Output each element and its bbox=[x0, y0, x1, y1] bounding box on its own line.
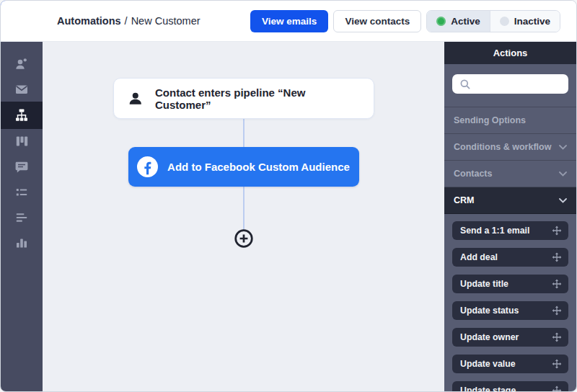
sidebar-item-forms[interactable] bbox=[1, 205, 43, 230]
drag-move-icon bbox=[552, 279, 562, 289]
lists-icon bbox=[13, 184, 30, 201]
section-sending-options[interactable]: Sending Options bbox=[444, 107, 576, 134]
action-node-facebook-custom-audience[interactable]: Add to Facebook Custom Audience bbox=[128, 147, 359, 187]
conversations-icon bbox=[13, 159, 30, 176]
campaigns-icon bbox=[13, 81, 30, 98]
action-item-update-stage[interactable]: Update stage bbox=[452, 381, 568, 391]
actions-search bbox=[444, 64, 576, 107]
status-toggle-active[interactable]: Active bbox=[427, 11, 490, 32]
trigger-label: Contact enters pipeline “New Customer” bbox=[155, 86, 360, 111]
chevron-down-icon bbox=[559, 198, 567, 203]
sidebar-item-campaigns[interactable] bbox=[1, 76, 43, 102]
action-label: Add to Facebook Custom Audience bbox=[167, 161, 350, 173]
main-nav-sidebar bbox=[1, 42, 43, 391]
action-item-add-deal[interactable]: Add deal bbox=[452, 248, 568, 267]
deals-icon bbox=[13, 133, 30, 151]
inactive-status-icon bbox=[500, 17, 509, 26]
automation-canvas[interactable]: Contact enters pipeline “New Customer” A… bbox=[43, 42, 444, 391]
contacts-icon bbox=[13, 55, 30, 73]
drag-move-icon bbox=[552, 332, 562, 342]
breadcrumb: Automations / New Customer bbox=[57, 15, 201, 27]
sidebar-item-lists[interactable] bbox=[1, 179, 43, 205]
inactive-label: Inactive bbox=[514, 16, 550, 27]
actions-panel: Actions Sending Options Conditions & wor… bbox=[444, 42, 576, 391]
status-toggle: Active Inactive bbox=[426, 10, 560, 32]
action-item-send-11-email[interactable]: Send a 1:1 email bbox=[452, 221, 568, 240]
chevron-down-icon bbox=[559, 172, 567, 177]
top-bar: Automations / New Customer View emails V… bbox=[1, 1, 576, 42]
sidebar-item-contacts[interactable] bbox=[1, 51, 43, 76]
breadcrumb-separator: / bbox=[125, 15, 128, 27]
connector-line-1 bbox=[243, 117, 245, 148]
section-crm[interactable]: CRM bbox=[444, 187, 576, 214]
view-contacts-button[interactable]: View contacts bbox=[333, 10, 421, 32]
trigger-node-contact-enters-pipeline[interactable]: Contact enters pipeline “New Customer” bbox=[113, 78, 374, 119]
crm-action-list: Send a 1:1 email Add deal Update title bbox=[444, 214, 576, 391]
sidebar-item-deals[interactable] bbox=[1, 129, 43, 154]
drag-move-icon bbox=[552, 306, 562, 316]
breadcrumb-current-page: New Customer bbox=[131, 15, 201, 27]
view-emails-button[interactable]: View emails bbox=[250, 10, 328, 32]
automation-builder-window: Automations / New Customer View emails V… bbox=[0, 0, 577, 392]
breadcrumb-automations[interactable]: Automations bbox=[57, 15, 121, 27]
sidebar-item-conversations[interactable] bbox=[1, 154, 43, 179]
sidebar-item-automations[interactable] bbox=[1, 102, 43, 129]
active-label: Active bbox=[451, 16, 480, 27]
status-toggle-inactive[interactable]: Inactive bbox=[490, 11, 560, 32]
actions-search-input[interactable] bbox=[452, 74, 568, 94]
connector-line-2 bbox=[243, 185, 245, 230]
facebook-icon bbox=[137, 156, 158, 177]
add-step-button[interactable] bbox=[234, 228, 254, 249]
action-item-update-title[interactable]: Update title bbox=[452, 275, 568, 293]
top-bar-actions: View emails View contacts Active Inactiv… bbox=[250, 10, 560, 32]
automations-icon bbox=[13, 107, 30, 124]
action-item-update-value[interactable]: Update value bbox=[452, 355, 568, 373]
plus-icon bbox=[234, 228, 254, 249]
drag-move-icon bbox=[552, 359, 562, 369]
person-icon bbox=[127, 90, 144, 107]
actions-panel-title: Actions bbox=[444, 42, 576, 64]
action-item-update-status[interactable]: Update status bbox=[452, 301, 568, 320]
action-sections: Sending Options Conditions & workflow Co… bbox=[444, 107, 576, 214]
drag-move-icon bbox=[552, 386, 562, 391]
sidebar-item-reports[interactable] bbox=[1, 230, 43, 255]
chevron-down-icon bbox=[559, 145, 567, 150]
section-conditions-workflow[interactable]: Conditions & workflow bbox=[444, 134, 576, 161]
drag-move-icon bbox=[552, 226, 562, 236]
drag-move-icon bbox=[552, 252, 562, 262]
reports-icon bbox=[13, 234, 30, 251]
action-item-update-owner[interactable]: Update owner bbox=[452, 328, 568, 347]
section-contacts[interactable]: Contacts bbox=[444, 161, 576, 187]
active-status-icon bbox=[436, 17, 446, 26]
forms-icon bbox=[13, 209, 30, 226]
